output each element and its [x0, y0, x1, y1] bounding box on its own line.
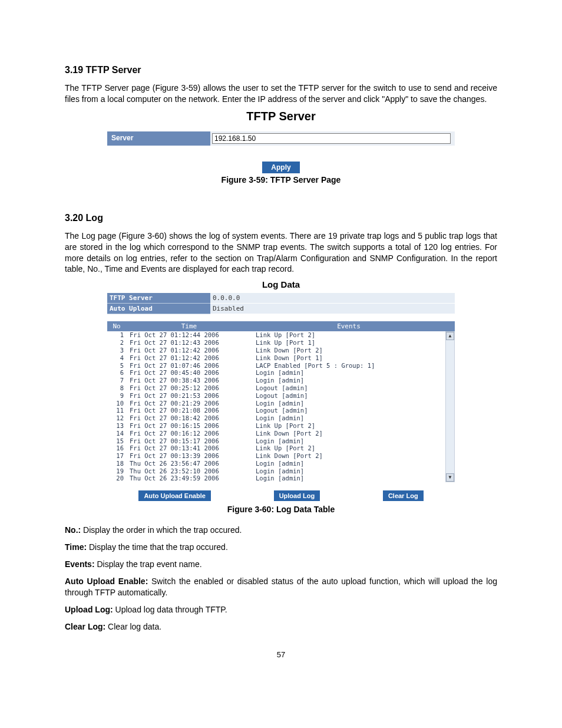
section-heading-tftp: 3.19 TFTP Server: [65, 65, 497, 75]
table-row: 5Fri Oct 27 01:07:46 2006LACP Enabled [P…: [107, 362, 445, 370]
figure-caption-log: Figure 3-60: Log Data Table: [65, 505, 497, 514]
table-row: 9Fri Oct 27 00:21:53 2006Logout [admin]: [107, 392, 445, 400]
table-row: 16Fri Oct 27 00:13:41 2006Link Up [Port …: [107, 444, 445, 452]
log-tftp-server-value: 0.0.0.0: [210, 293, 455, 304]
table-row: 20Thu Oct 26 23:49:59 2006Login [admin]: [107, 475, 445, 482]
table-row: 14Fri Oct 27 00:16:12 2006Link Down [Por…: [107, 430, 445, 437]
table-row: 8Fri Oct 27 00:25:12 2006Logout [admin]: [107, 384, 445, 392]
table-row: 13Fri Oct 27 00:16:15 2006Link Up [Port …: [107, 422, 445, 430]
log-auto-upload-value: Disabled: [210, 304, 455, 314]
clear-log-button[interactable]: Clear Log: [383, 490, 424, 501]
def-time: Time: Display the time that the trap occ…: [65, 542, 497, 553]
scroll-up-icon[interactable]: ▲: [446, 332, 454, 340]
table-row: 17Fri Oct 27 00:13:39 2006Link Down [Por…: [107, 452, 445, 460]
tftp-body-text: The TFTP Server page (Figure 3-59) allow…: [65, 83, 497, 105]
figure-caption-tftp: Figure 3-59: TFTP Server Page: [65, 175, 497, 185]
table-row: 15Fri Oct 27 00:15:17 2006Login [admin]: [107, 437, 445, 445]
section-heading-log: 3.20 Log: [65, 213, 497, 223]
table-row: 11Fri Oct 27 00:21:08 2006Logout [admin]: [107, 407, 445, 414]
auto-upload-enable-button[interactable]: Auto Upload Enable: [138, 490, 211, 501]
log-header-events: Events: [252, 321, 445, 331]
table-row: 10Fri Oct 27 00:21:29 2006Login [admin]: [107, 400, 445, 407]
log-header-time: Time: [126, 321, 252, 331]
log-table-body: 1Fri Oct 27 01:12:44 2006Link Up [Port 2…: [107, 331, 445, 482]
table-row: 18Thu Oct 26 23:56:47 2006Login [admin]: [107, 460, 445, 467]
log-auto-upload-label: Auto Upload: [107, 304, 210, 314]
log-body-text: The Log page (Figure 3-60) shows the log…: [65, 230, 497, 275]
table-row: 6Fri Oct 27 00:45:40 2006Login [admin]: [107, 369, 445, 377]
log-data-panel: Log Data TFTP Server 0.0.0.0 Auto Upload…: [107, 279, 455, 501]
page-number: 57: [65, 650, 497, 659]
log-tftp-server-label: TFTP Server: [107, 293, 210, 304]
tftp-server-label: Server: [107, 131, 210, 146]
log-panel-title: Log Data: [107, 279, 455, 289]
tftp-panel-title: TFTP Server: [107, 110, 455, 123]
apply-button[interactable]: Apply: [262, 162, 299, 173]
table-row: 3Fri Oct 27 01:12:42 2006Link Down [Port…: [107, 347, 445, 354]
def-events: Events: Display the trap event name.: [65, 559, 497, 570]
scroll-down-icon[interactable]: ▼: [446, 473, 454, 482]
table-row: 19Thu Oct 26 23:52:10 2006Login [admin]: [107, 467, 445, 475]
tftp-server-input[interactable]: [212, 133, 451, 144]
table-row: 4Fri Oct 27 01:12:42 2006Link Down [Port…: [107, 354, 445, 362]
log-header-no: No: [107, 321, 126, 331]
table-row: 12Fri Oct 27 00:18:42 2006Login [admin]: [107, 414, 445, 422]
tftp-server-panel: TFTP Server Server Apply: [107, 110, 455, 172]
table-row: 2Fri Oct 27 01:12:43 2006Link Up [Port 1…: [107, 339, 445, 347]
log-scrollbar[interactable]: ▲ ▼: [445, 331, 455, 482]
log-table-header: No Time Events: [107, 321, 455, 331]
def-auto-upload: Auto Upload Enable: Switch the enabled o…: [65, 576, 497, 598]
table-row: 7Fri Oct 27 00:38:43 2006Login [admin]: [107, 377, 445, 384]
def-upload-log: Upload Log: Upload log data through TFTP…: [65, 604, 497, 615]
def-no: No.: Display the order in which the trap…: [65, 525, 497, 536]
upload-log-button[interactable]: Upload Log: [274, 490, 320, 501]
table-row: 1Fri Oct 27 01:12:44 2006Link Up [Port 2…: [107, 331, 445, 339]
def-clear-log: Clear Log: Clear log data.: [65, 621, 497, 633]
